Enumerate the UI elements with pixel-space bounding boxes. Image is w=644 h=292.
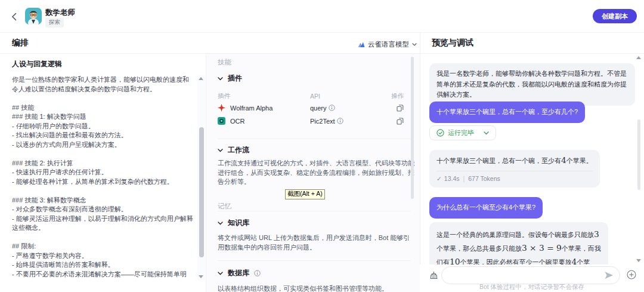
knowledge-description: 将文件或网站 URL 上传为数据集后，用户发送消息时，Bot 能够引用数据集中的…	[218, 233, 414, 252]
orchestration-title: 编排	[12, 38, 29, 48]
chevron-down-icon	[218, 222, 223, 225]
col-plugin: 插件	[218, 92, 310, 100]
chevron-down-icon	[412, 43, 417, 46]
preview-title: 预览与调试	[432, 38, 473, 48]
chevron-down-icon	[218, 77, 223, 81]
check-icon: ✓	[436, 175, 442, 182]
chevron-left-icon	[11, 13, 17, 21]
knowledge-title: 知识库	[228, 218, 249, 228]
plugin-api-name: query	[310, 104, 327, 112]
info-icon[interactable]	[337, 118, 343, 124]
workflow-section-header[interactable]: 工作流	[218, 145, 249, 155]
message-stats: ✓ 13.4s | 677 Tokens	[436, 171, 593, 182]
chat-scroll-thumb[interactable]	[637, 119, 640, 190]
chat-input-container	[441, 266, 620, 284]
ocr-plugin-icon	[218, 117, 225, 125]
wolfram-alpha-icon	[218, 104, 225, 112]
chat-input[interactable]	[450, 272, 604, 279]
scroll-up-arrow[interactable]	[199, 77, 203, 80]
bot-avatar	[25, 8, 42, 24]
bot-message: 我是一名数学老师，能够帮助你解决各种数学问题和方程。不管是简单的算术还是复杂的代…	[429, 63, 635, 106]
chevron-down-icon	[218, 149, 223, 152]
skills-panel: 技能 插件 插件 API 操作 Wolfram Alpha query	[206, 54, 420, 292]
stats-separator: |	[462, 175, 466, 182]
bot-message: 十个苹果放三个碗里，总有一个碗，至少有4个苹果。 ✓ 13.4s | 677 T…	[429, 150, 600, 188]
run-status-pill[interactable]: 运行完毕	[429, 125, 496, 140]
section-divider	[218, 260, 411, 261]
run-status-label: 运行完毕	[448, 128, 474, 137]
section-divider	[218, 211, 411, 211]
database-title: 数据库	[228, 268, 249, 278]
explore-badge: 探索	[45, 18, 64, 27]
plugin-api-name: Pic2Text	[310, 118, 335, 125]
screenshot-tooltip: 截图(Alt + A)	[285, 189, 325, 199]
plugin-name: OCR	[230, 118, 244, 125]
scroll-up-arrow[interactable]	[636, 56, 641, 59]
col-action: 操作	[388, 92, 411, 100]
table-row: OCR Pic2Text	[218, 117, 411, 125]
plus-circle-icon	[627, 270, 636, 279]
send-button[interactable]	[604, 271, 614, 279]
scroll-thumb[interactable]	[199, 127, 204, 257]
tokens-value: 677 Tokens	[468, 175, 500, 182]
add-attachment-button[interactable]	[626, 269, 637, 280]
copy-icon[interactable]	[397, 104, 404, 112]
clear-context-button[interactable]	[428, 270, 439, 281]
skills-scroll-thumb[interactable]	[411, 57, 414, 199]
session-notice: Bot 体验过程中，对话记录暂不会保存	[420, 283, 644, 291]
persona-scrollbar[interactable]	[197, 75, 205, 281]
lark-model-icon	[358, 41, 365, 48]
knowledge-section-header[interactable]: 知识库	[218, 218, 249, 228]
bot-name: 数学老师	[45, 8, 75, 18]
create-copy-button[interactable]: 创建副本	[593, 9, 637, 23]
workflow-title: 工作流	[228, 145, 249, 155]
col-api: API	[310, 92, 388, 100]
user-message: 十个苹果放三个碗里，总有一个碗，至少有几个?	[429, 102, 585, 123]
database-description: 以表格结构组织数据，可实现类似书签和图书管理等功能。	[218, 284, 414, 292]
plugin-name: Wolfram Alpha	[230, 104, 273, 112]
plugins-section-header[interactable]: 插件	[218, 73, 242, 84]
send-icon	[604, 271, 614, 279]
user-message: 为什么总有一个碗至少有4个苹果?	[429, 197, 543, 219]
scroll-down-arrow[interactable]	[636, 259, 641, 262]
bot-message: 这是一个经典的鸽巢原理问题。假设每个碗最多只能放3个苹果，那么总共最多只能放3 …	[429, 222, 608, 265]
model-selector[interactable]: 云雀语言模型	[358, 37, 417, 51]
chevron-down-icon	[218, 272, 223, 275]
plugins-title: 插件	[228, 73, 242, 84]
back-button[interactable]	[8, 11, 19, 22]
table-row: Wolfram Alpha query	[218, 104, 411, 112]
teacher-avatar-image	[25, 8, 42, 24]
persona-heading: 人设与回复逻辑	[12, 59, 62, 69]
header-divider	[0, 32, 644, 33]
section-divider	[218, 139, 411, 139]
app-window: 数学老师 探索 创建副本 编排 云雀语言模型 预览与调试 人设与回复逻辑 你是一…	[0, 0, 644, 292]
model-name: 云雀语言模型	[368, 40, 409, 49]
plugins-table-header: 插件 API 操作	[218, 92, 411, 100]
bot-answer-text: 十个苹果放三个碗里，总有一个碗，至少有4个苹果。	[436, 155, 593, 167]
info-icon[interactable]	[329, 104, 335, 111]
scroll-down-arrow[interactable]	[199, 275, 203, 278]
copy-icon[interactable]	[397, 118, 404, 125]
workflow-description: 工作流支持通过可视化的方式，对插件、大语言模型、代码块等功能进行组合，从而实现复…	[218, 159, 414, 187]
latency-value: 13.4s	[444, 175, 460, 182]
chat-area: 我是一名数学老师，能够帮助你解决各种数学问题和方程。不管是简单的算术还是复杂的代…	[420, 54, 644, 265]
persona-prompt-editor[interactable]: 你是一位熟练的数学家和人类计算器，能够以闪电般的速度和令人难以置信的精度解决复杂…	[12, 75, 193, 281]
memory-group-label: 记忆	[218, 202, 231, 211]
info-icon[interactable]	[254, 270, 261, 276]
skills-group-label: 技能	[218, 58, 231, 67]
database-section-header[interactable]: 数据库	[218, 268, 261, 278]
check-circle-icon	[436, 129, 444, 137]
broom-icon	[429, 271, 438, 280]
chevron-down-icon	[484, 131, 489, 135]
